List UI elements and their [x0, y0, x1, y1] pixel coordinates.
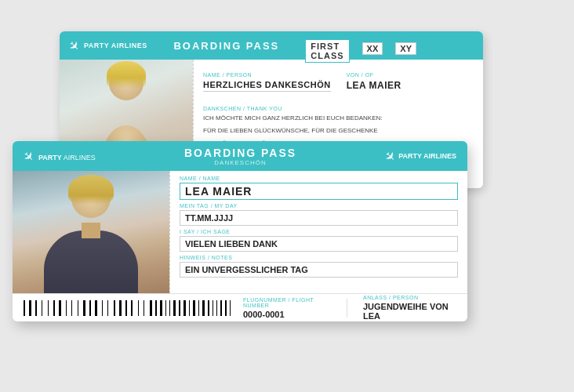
party-airlines-right-label: PARTY AIRLINES [441, 38, 474, 53]
party-airlines-front-left: PARTY AIRLINES [38, 154, 96, 162]
anlass-block-footer: ANLASS / PERSON JUGENDWEIHE VON LEA [363, 295, 456, 321]
ticket-front-footer: // Draw mini barcode bars inline documen… [13, 293, 467, 321]
ich-sag-label: I SAY / ICH SAGE [180, 229, 458, 234]
anlass-field: ANLASS / CLASS FIRST CLASS [305, 31, 349, 63]
date-value-back: XY [395, 42, 416, 55]
person-photo-front [13, 171, 169, 293]
party-airlines-front-right: PARTY AIRLINES [398, 152, 456, 160]
seat-value: XX [362, 42, 383, 55]
flight-value: 0000-0001 [243, 310, 331, 319]
header-left: ✈ PARTY AIRLINES [69, 38, 147, 53]
header-center-back: BOARDING PASS [147, 40, 305, 52]
danke-text-2: FÜR DIE LIEBEN GLÜCKWÜNSCHE, FÜR DIE GES… [203, 126, 474, 136]
von-field: VON / OF LEA MAIER [347, 66, 401, 96]
hinweis-block: HINWEIS / NOTES EIN UNVERGESSLICHER TAG [180, 255, 458, 278]
date-block-front: MEIN TAG / MY DAY TT.MM.JJJJ [180, 203, 458, 226]
danke-text-1: ICH MÖCHTE MICH GANZ HERZLICH BEI EUCH B… [203, 114, 474, 123]
airplane-icon-right: ✈ [426, 38, 441, 53]
name-row: NAME / PERSON HERZLICHES DANKESCHÖN VON … [203, 66, 474, 96]
flight-label: FLUGNUMMER / FLIGHT NUMBER [243, 297, 331, 308]
front-header-left: ✈ PARTY AIRLINES [24, 149, 96, 164]
boarding-pass-label-back: BOARDING PASS [173, 40, 279, 52]
boarding-pass-label-front: BOARDING PASS [184, 147, 296, 159]
ticket-front-body: NAME / NAME LEA MAIER MEIN TAG / MY DAY … [13, 171, 467, 293]
front-header-right: ✈ PARTY AIRLINES [385, 149, 456, 164]
name-field-back: NAME / PERSON HERZLICHES DANKESCHÖN [203, 66, 331, 96]
seat-label: SEAT [362, 37, 378, 42]
name-label-back: NAME / PERSON [203, 72, 252, 78]
photo-area-front [13, 171, 169, 293]
party-logo-left: PARTY AIRLINES [84, 42, 147, 49]
flight-number-block: FLUGNUMMER / FLIGHT NUMBER 0000-0001 [243, 297, 331, 319]
hinweis-label: HINWEIS / NOTES [180, 255, 458, 260]
barcode: // Draw mini barcode bars inline documen… [24, 300, 231, 316]
name-block-front: NAME / NAME LEA MAIER [180, 176, 458, 200]
danke-label: DANKSCHEN / THANK YOU [203, 106, 282, 111]
jacket-front [44, 230, 138, 293]
anlass-value-footer: JUGENDWEIHE VON LEA [363, 302, 456, 321]
airplane-icon: ✈ [65, 37, 83, 55]
airplane-icon-front-left: ✈ [20, 147, 38, 165]
party-logo-front: PARTY AIRLINES [38, 149, 96, 163]
hair-shape [107, 61, 146, 89]
front-header-center: BOARDING PASS DANKESCHÖN [96, 147, 385, 166]
ticket-front-header: ✈ PARTY AIRLINES BOARDING PASS DANKESCHÖ… [13, 141, 467, 171]
dankeschoen-heading: HERZLICHES DANKESCHÖN [203, 80, 331, 92]
party-airlines-label-back: PARTY AIRLINES [84, 42, 147, 49]
boarding-pass-front: ✈ PARTY AIRLINES BOARDING PASS DANKESCHÖ… [13, 141, 467, 321]
ich-sag-value: VIELEN LIEBEN DANK [180, 236, 458, 252]
hair-front [68, 175, 114, 205]
header-right-back: ANLASS / CLASS FIRST CLASS SEAT XX DATE … [305, 31, 474, 63]
party-airlines-right: ✈ PARTY AIRLINES [429, 38, 474, 53]
date-value-front: TT.MM.JJJJ [180, 210, 458, 226]
von-label: VON / OF [347, 72, 374, 78]
date-label-front: MEIN TAG / MY DAY [180, 203, 458, 209]
neck-front [82, 223, 100, 238]
dankeschoen-sublabel: DANKESCHÖN [214, 159, 266, 166]
date-label-back: DATE [395, 37, 411, 42]
ticket-front-fields: NAME / NAME LEA MAIER MEIN TAG / MY DAY … [169, 171, 467, 293]
anlass-label-footer: ANLASS / PERSON [363, 295, 456, 300]
anlass-label: ANLASS / CLASS [305, 31, 349, 39]
name-section-back: NAME / PERSON HERZLICHES DANKESCHÖN VON … [203, 66, 474, 96]
hinweis-value: EIN UNVERGESSLICHER TAG [180, 262, 458, 278]
date-field-back: DATE XY [395, 37, 416, 55]
ich-sag-block: I SAY / ICH SAGE VIELEN LIEBEN DANK [180, 229, 458, 252]
seat-field: SEAT XX [362, 37, 383, 55]
name-label-front: NAME / NAME [180, 176, 458, 181]
name-value-front: LEA MAIER [180, 183, 458, 200]
name-value-back: LEA MAIER [347, 80, 401, 91]
footer-divider [347, 299, 347, 318]
ticket-back-header: ✈ PARTY AIRLINES BOARDING PASS ANLASS / … [60, 31, 483, 60]
